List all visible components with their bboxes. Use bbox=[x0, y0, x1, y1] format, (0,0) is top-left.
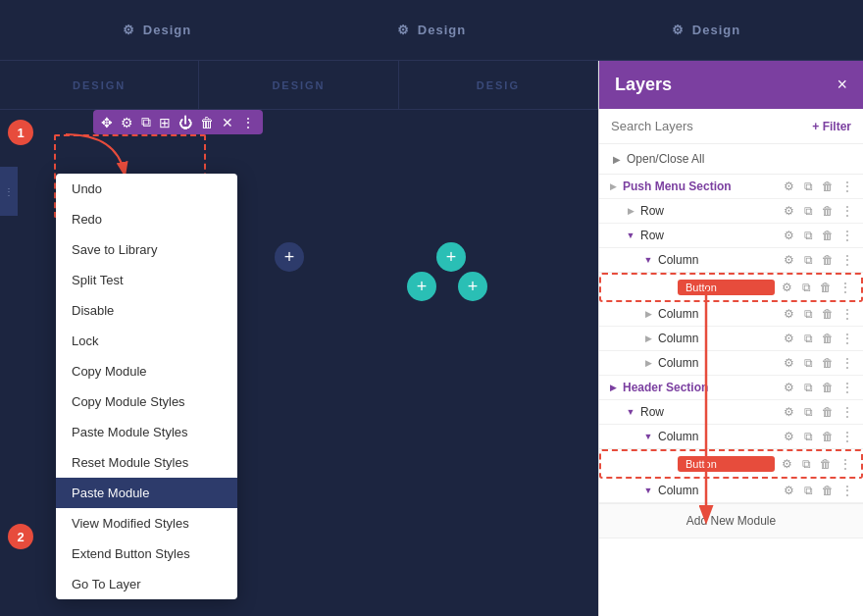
delete-icon[interactable]: 🗑 bbox=[820, 405, 836, 419]
more-icon[interactable]: ⋮ bbox=[839, 356, 855, 370]
layer-button-1[interactable]: Button ⚙ ⧉ 🗑 ⋮ bbox=[599, 273, 863, 302]
layer-column-3[interactable]: ▶ Column ⚙ ⧉ 🗑 ⋮ bbox=[599, 327, 863, 351]
duplicate-icon[interactable]: ⧉ bbox=[800, 180, 816, 193]
power-icon[interactable]: ⏻ bbox=[178, 115, 192, 130]
context-menu-undo[interactable]: Undo bbox=[56, 174, 237, 204]
context-menu-copy-styles[interactable]: Copy Module Styles bbox=[56, 386, 237, 417]
settings-icon[interactable]: ⚙ bbox=[781, 253, 796, 267]
plus-button-1[interactable]: + bbox=[275, 242, 304, 272]
duplicate-icon[interactable]: ⧉ bbox=[800, 229, 816, 242]
layer-row-3[interactable]: ▼ Row ⚙ ⧉ 🗑 ⋮ bbox=[599, 400, 863, 425]
context-menu-redo[interactable]: Redo bbox=[56, 204, 237, 234]
settings-icon[interactable]: ⚙ bbox=[781, 180, 796, 193]
layers-filter-button[interactable]: + Filter bbox=[812, 120, 851, 133]
layer-push-menu-section[interactable]: ▶ Push Menu Section ⚙ ⧉ 🗑 ⋮ bbox=[599, 175, 863, 199]
more-icon[interactable]: ⋮ bbox=[839, 180, 855, 193]
settings-icon[interactable]: ⚙ bbox=[781, 356, 796, 370]
layers-search-input[interactable] bbox=[611, 119, 804, 133]
more-icon[interactable]: ⋮ bbox=[839, 204, 855, 218]
more-icon[interactable]: ⋮ bbox=[839, 381, 855, 394]
add-new-module-button[interactable]: Add New Module bbox=[599, 503, 863, 539]
duplicate-icon[interactable]: ⧉ bbox=[800, 484, 816, 497]
settings-icon[interactable]: ⚙ bbox=[781, 484, 796, 497]
layer-header-section[interactable]: ▶ Header Section ⚙ ⧉ 🗑 ⋮ bbox=[599, 376, 863, 400]
left-side-button[interactable]: ⋮ bbox=[0, 167, 18, 216]
settings-icon[interactable]: ⚙ bbox=[781, 332, 796, 345]
layer-column-2[interactable]: ▶ Column ⚙ ⧉ 🗑 ⋮ bbox=[599, 302, 863, 327]
context-menu-lock[interactable]: Lock bbox=[56, 326, 237, 356]
delete-icon[interactable]: 🗑 bbox=[818, 281, 834, 294]
delete-icon[interactable]: 🗑 bbox=[820, 307, 836, 321]
settings-icon[interactable]: ⚙ bbox=[779, 457, 794, 471]
context-menu-paste-module[interactable]: Paste Module bbox=[56, 478, 237, 508]
context-menu-disable[interactable]: Disable bbox=[56, 295, 237, 326]
context-menu-save-library[interactable]: Save to Library bbox=[56, 234, 237, 265]
delete-icon[interactable]: 🗑 bbox=[820, 180, 836, 193]
open-close-all[interactable]: ▶ Open/Close All bbox=[599, 144, 863, 175]
layer-name: Push Menu Section bbox=[623, 180, 777, 193]
duplicate-icon[interactable]: ⧉ bbox=[800, 204, 816, 218]
settings-icon[interactable]: ⚙ bbox=[781, 430, 796, 443]
delete-icon[interactable]: 🗑 bbox=[820, 356, 836, 370]
more-icon[interactable]: ⋮ bbox=[839, 484, 855, 497]
context-menu-split-test[interactable]: Split Test bbox=[56, 265, 237, 295]
more-icon[interactable]: ⋮ bbox=[839, 229, 855, 242]
duplicate-icon[interactable]: ⧉ bbox=[800, 307, 816, 321]
layers-close-button[interactable]: × bbox=[837, 75, 847, 95]
layer-column-1[interactable]: ▼ Column ⚙ ⧉ 🗑 ⋮ bbox=[599, 248, 863, 273]
more-icon[interactable]: ⋮ bbox=[838, 281, 853, 294]
grid-icon[interactable]: ⊞ bbox=[159, 115, 171, 130]
plus-button-3[interactable]: + bbox=[407, 272, 436, 301]
close-icon[interactable]: ✕ bbox=[222, 115, 233, 130]
duplicate-icon[interactable]: ⧉ bbox=[800, 253, 816, 267]
plus-button-2[interactable]: + bbox=[436, 242, 466, 272]
delete-icon[interactable]: 🗑 bbox=[820, 229, 836, 242]
duplicate-icon[interactable]: ⧉ bbox=[800, 381, 816, 394]
settings-icon[interactable]: ⚙ bbox=[121, 115, 133, 130]
delete-icon[interactable]: 🗑 bbox=[820, 381, 836, 394]
layer-column-6[interactable]: ▼ Column ⚙ ⧉ 🗑 ⋮ bbox=[599, 479, 863, 503]
context-menu-copy-module[interactable]: Copy Module bbox=[56, 356, 237, 386]
context-menu-extend-styles[interactable]: Extend Button Styles bbox=[56, 539, 237, 569]
delete-icon[interactable]: 🗑 bbox=[200, 115, 214, 130]
delete-icon[interactable]: 🗑 bbox=[820, 253, 836, 267]
settings-icon[interactable]: ⚙ bbox=[781, 405, 796, 419]
delete-icon[interactable]: 🗑 bbox=[820, 430, 836, 443]
settings-icon[interactable]: ⚙ bbox=[781, 229, 796, 242]
duplicate-icon[interactable]: ⧉ bbox=[800, 405, 816, 419]
context-menu-go-to-layer[interactable]: Go To Layer bbox=[56, 569, 237, 599]
delete-icon[interactable]: 🗑 bbox=[820, 484, 836, 497]
duplicate-icon[interactable]: ⧉ bbox=[800, 430, 816, 443]
more-icon[interactable]: ⋮ bbox=[839, 430, 855, 443]
layer-column-4[interactable]: ▶ Column ⚙ ⧉ 🗑 ⋮ bbox=[599, 351, 863, 376]
open-close-chevron: ▶ bbox=[613, 154, 621, 165]
settings-icon[interactable]: ⚙ bbox=[781, 307, 796, 321]
more-icon[interactable]: ⋮ bbox=[241, 115, 255, 130]
duplicate-icon[interactable]: ⧉ bbox=[798, 457, 814, 471]
duplicate-icon[interactable]: ⧉ bbox=[141, 114, 151, 130]
layer-name: Row bbox=[640, 229, 777, 242]
context-menu-reset-styles[interactable]: Reset Module Styles bbox=[56, 447, 237, 478]
context-menu-view-modified[interactable]: View Modified Styles bbox=[56, 508, 237, 539]
move-icon[interactable]: ✥ bbox=[101, 115, 113, 130]
settings-icon[interactable]: ⚙ bbox=[781, 381, 796, 394]
layer-column-5[interactable]: ▼ Column ⚙ ⧉ 🗑 ⋮ bbox=[599, 425, 863, 449]
more-icon[interactable]: ⋮ bbox=[839, 405, 855, 419]
plus-button-4[interactable]: + bbox=[458, 272, 487, 301]
duplicate-icon[interactable]: ⧉ bbox=[800, 332, 816, 345]
duplicate-icon[interactable]: ⧉ bbox=[800, 356, 816, 370]
layer-row-1[interactable]: ▶ Row ⚙ ⧉ 🗑 ⋮ bbox=[599, 199, 863, 224]
more-icon[interactable]: ⋮ bbox=[839, 253, 855, 267]
layer-button-2[interactable]: Button ⚙ ⧉ 🗑 ⋮ bbox=[599, 449, 863, 479]
more-icon[interactable]: ⋮ bbox=[839, 307, 855, 321]
more-icon[interactable]: ⋮ bbox=[838, 457, 853, 471]
more-icon[interactable]: ⋮ bbox=[839, 332, 855, 345]
delete-icon[interactable]: 🗑 bbox=[820, 204, 836, 218]
delete-icon[interactable]: 🗑 bbox=[820, 332, 836, 345]
settings-icon[interactable]: ⚙ bbox=[779, 281, 794, 294]
context-menu-paste-styles[interactable]: Paste Module Styles bbox=[56, 417, 237, 447]
layer-row-2[interactable]: ▼ Row ⚙ ⧉ 🗑 ⋮ bbox=[599, 224, 863, 248]
delete-icon[interactable]: 🗑 bbox=[818, 457, 834, 471]
duplicate-icon[interactable]: ⧉ bbox=[798, 281, 814, 294]
settings-icon[interactable]: ⚙ bbox=[781, 204, 796, 218]
